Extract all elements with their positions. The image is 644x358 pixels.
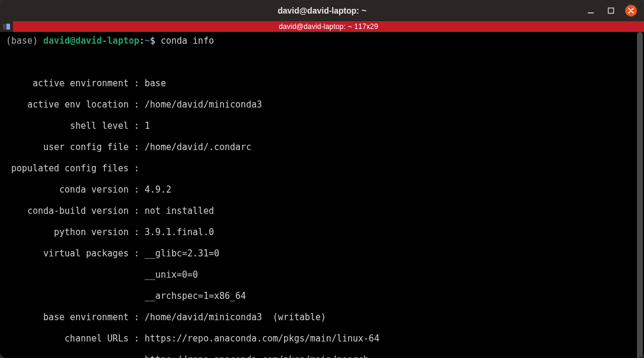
- titlebar[interactable]: david@david-laptop: ~: [0, 0, 644, 21]
- value: /home/david/miniconda3 (writable): [145, 312, 326, 323]
- window-title: david@david-laptop: ~: [0, 6, 644, 15]
- label: active env location: [27, 99, 129, 110]
- prompt-colon: :: [139, 35, 145, 46]
- value: /home/david/miniconda3: [145, 99, 262, 110]
- prompt-userhost: david@david-laptop: [43, 35, 139, 46]
- maximize-button[interactable]: [605, 5, 617, 17]
- value: 4.9.2: [145, 184, 171, 195]
- value: __unix=0=0: [145, 269, 198, 280]
- svg-rect-1: [609, 8, 614, 14]
- minimize-button[interactable]: [585, 5, 597, 17]
- close-button[interactable]: [625, 5, 637, 17]
- value: /home/david/.condarc: [145, 142, 252, 152]
- typed-command: conda info: [161, 35, 214, 46]
- scrollbar-thumb[interactable]: [637, 32, 643, 358]
- value: https://repo.anaconda.com/pkgs/main/noar…: [145, 354, 369, 358]
- value: not installed: [145, 206, 214, 216]
- window-controls: [585, 0, 640, 21]
- label: python version: [54, 227, 128, 237]
- prompt-path: ~: [145, 35, 150, 46]
- tabbar-title: david@david-laptop: ~ 117x29: [13, 22, 644, 31]
- svg-rect-0: [588, 12, 594, 14]
- prompt-env: (base): [6, 35, 38, 46]
- tabbar-app-icon[interactable]: [0, 21, 13, 32]
- value: 3.9.1.final.0: [145, 227, 214, 237]
- value: https://repo.anaconda.com/pkgs/main/linu…: [145, 333, 379, 344]
- value: __glibc=2.31=0: [145, 248, 219, 259]
- terminal-window: david@david-laptop: ~ david@david-laptop…: [0, 0, 644, 358]
- terminal-output[interactable]: (base) david@david-laptop:~$ conda info …: [0, 32, 636, 358]
- label: channel URLs: [64, 333, 128, 344]
- label: base environment: [43, 312, 129, 323]
- label: user config file: [43, 142, 129, 152]
- label: active environment: [32, 78, 129, 89]
- value: base: [145, 78, 166, 89]
- value: 1: [145, 121, 150, 131]
- label: virtual packages: [43, 248, 129, 259]
- label: shell level: [70, 121, 128, 131]
- value: __archspec=1=x86_64: [145, 291, 246, 301]
- label: conda-build version: [27, 206, 129, 216]
- prompt-sigil: $: [150, 35, 155, 46]
- scrollbar[interactable]: [636, 32, 644, 358]
- label: conda version: [59, 184, 128, 195]
- tabbar: david@david-laptop: ~ 117x29: [0, 21, 644, 32]
- terminal-area[interactable]: (base) david@david-laptop:~$ conda info …: [0, 32, 644, 358]
- label: populated config files: [11, 163, 129, 174]
